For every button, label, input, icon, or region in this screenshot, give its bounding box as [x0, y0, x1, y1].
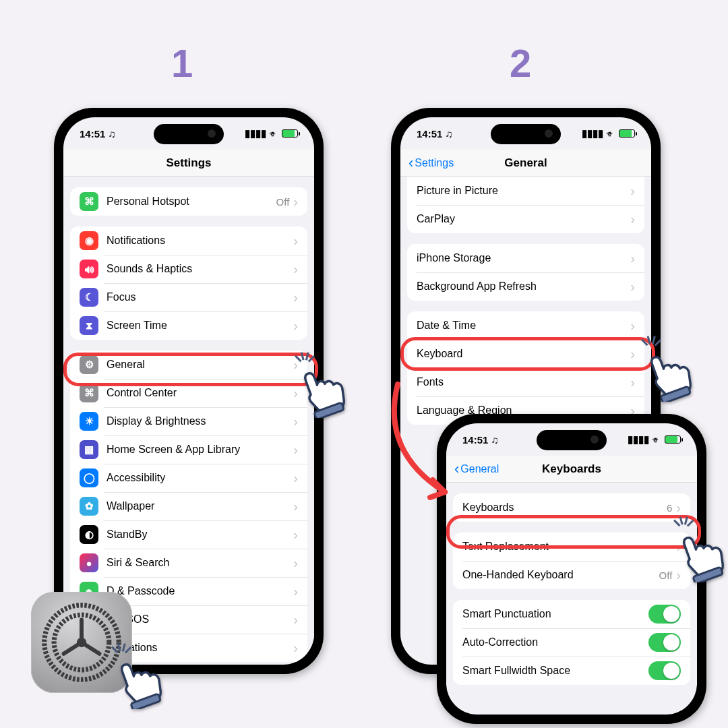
- row-fonts[interactable]: Fonts›: [407, 368, 644, 396]
- settings-group: Date & Time› Keyboard› Fonts› Language &…: [407, 311, 644, 425]
- back-button[interactable]: ‹General: [454, 460, 499, 478]
- settings-group: Smart Punctuation Auto-Correction Smart …: [453, 600, 690, 685]
- row-date-time[interactable]: Date & Time›: [407, 311, 644, 340]
- bell-icon: ◉: [80, 231, 98, 250]
- phone-frame-1: 14:51 ♫ ▮▮▮▮ᯤ Settings ⌘Personal Hotspot…: [54, 108, 324, 674]
- settings-group: Picture in Picture› CarPlay›: [407, 177, 644, 233]
- moon-icon: ☾: [80, 288, 98, 307]
- row-display[interactable]: ☀︎Display & Brightness›: [70, 407, 307, 435]
- toggle-switch[interactable]: [648, 633, 681, 652]
- row-siri[interactable]: ●Siri & Search›: [70, 549, 307, 577]
- row-home-screen[interactable]: ▦Home Screen & App Library›: [70, 435, 307, 464]
- navbar: Settings: [63, 150, 314, 177]
- row-personal-hotspot[interactable]: ⌘Personal HotspotOff›: [70, 187, 307, 216]
- person-icon: ◯: [80, 468, 98, 487]
- siri-icon: ●: [80, 553, 98, 572]
- gear-icon: [41, 602, 122, 683]
- settings-group: iPhone Storage› Background App Refresh›: [407, 244, 644, 301]
- row-screen-time[interactable]: ⧗Screen Time›: [70, 311, 307, 340]
- row-standby[interactable]: ◐StandBy›: [70, 520, 307, 549]
- phone-frame-3: 14:51 ♫ ▮▮▮▮ᯤ ‹General Keyboards Keyboar…: [437, 414, 706, 724]
- grid-icon: ▦: [80, 440, 98, 459]
- settings-app-icon[interactable]: [31, 592, 132, 693]
- battery-icon: [282, 129, 298, 138]
- page-title: General: [504, 156, 547, 170]
- row-keyboards[interactable]: Keyboards6›: [453, 493, 690, 522]
- row-focus[interactable]: ☾Focus›: [70, 283, 307, 311]
- speaker-icon: 🔊︎: [80, 260, 98, 278]
- row-general[interactable]: ⚙︎General›: [70, 351, 307, 379]
- row-smart-fullwidth[interactable]: Smart Fullwidth Space: [453, 657, 690, 685]
- sun-icon: ☀︎: [80, 412, 98, 431]
- toggle-switch[interactable]: [648, 605, 681, 624]
- row-smart-punctuation[interactable]: Smart Punctuation: [453, 600, 690, 628]
- step-number-2: 2: [510, 40, 531, 86]
- step-number-1: 1: [171, 40, 193, 86]
- row-keyboard[interactable]: Keyboard›: [407, 340, 644, 368]
- row-bg-refresh[interactable]: Background App Refresh›: [407, 272, 644, 301]
- row-sounds[interactable]: 🔊︎Sounds & Haptics›: [70, 255, 307, 283]
- dynamic-island: [537, 430, 607, 450]
- dynamic-island: [154, 124, 224, 144]
- row-carplay[interactable]: CarPlay›: [407, 205, 644, 233]
- row-auto-correction[interactable]: Auto-Correction: [453, 628, 690, 657]
- navbar: ‹Settings General: [400, 150, 651, 177]
- row-wallpaper[interactable]: ✿Wallpaper›: [70, 492, 307, 520]
- row-iphone-storage[interactable]: iPhone Storage›: [407, 244, 644, 272]
- standby-icon: ◐: [80, 525, 98, 544]
- back-button[interactable]: ‹Settings: [408, 154, 454, 172]
- settings-group: Text Replacement› One-Handed KeyboardOff…: [453, 533, 690, 589]
- hourglass-icon: ⧗: [80, 316, 98, 335]
- gear-icon: ⚙︎: [80, 355, 98, 374]
- page-title: Keyboards: [542, 462, 601, 476]
- wifi-icon: ᯤ: [269, 128, 279, 140]
- settings-group: ◉Notifications› 🔊︎Sounds & Haptics› ☾Foc…: [70, 226, 307, 340]
- row-accessibility[interactable]: ◯Accessibility›: [70, 464, 307, 492]
- dynamic-island: [491, 124, 561, 144]
- settings-group: ⌘Personal HotspotOff›: [70, 187, 307, 216]
- signal-icon: ▮▮▮▮: [245, 127, 266, 140]
- row-one-handed[interactable]: One-Handed KeyboardOff›: [453, 561, 690, 589]
- flower-icon: ✿: [80, 497, 98, 516]
- page-title: Settings: [166, 156, 211, 170]
- toggle-switch[interactable]: [648, 661, 681, 680]
- row-control-center[interactable]: ⌘Control Center›: [70, 379, 307, 407]
- headphone-icon: ♫: [109, 128, 116, 140]
- row-text-replacement[interactable]: Text Replacement›: [453, 533, 690, 561]
- row-pip[interactable]: Picture in Picture›: [407, 177, 644, 205]
- row-notifications[interactable]: ◉Notifications›: [70, 226, 307, 255]
- chevron-icon: ›: [293, 194, 298, 210]
- sliders-icon: ⌘: [80, 384, 98, 402]
- link-icon: ⌘: [80, 192, 98, 211]
- navbar: ‹General Keyboards: [446, 456, 697, 483]
- settings-group: Keyboards6›: [453, 493, 690, 522]
